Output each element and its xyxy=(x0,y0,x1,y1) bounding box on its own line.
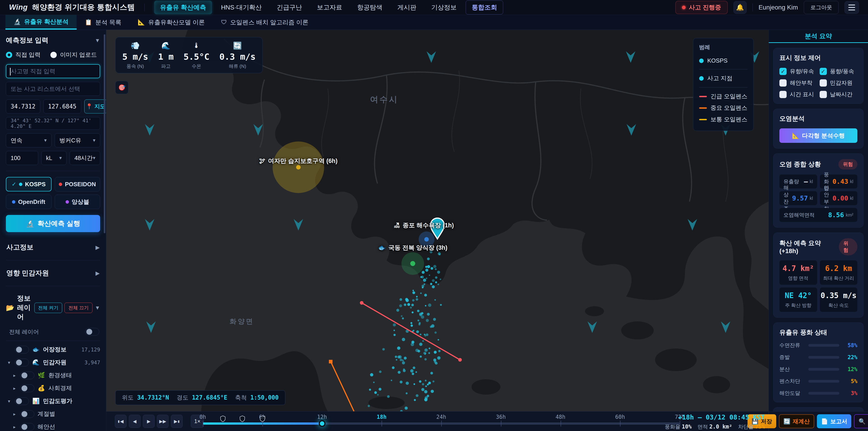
map-canvas[interactable]: 여수시화양면🕊여자만 습지보호구역 (6h)🏖종포 해수욕장 (1h)🐟국동 전… xyxy=(106,30,769,411)
layer-toggle[interactable] xyxy=(15,346,29,353)
hamburger-menu-button[interactable] xyxy=(844,1,859,14)
model-chip-ensemble[interactable]: 앙상블 xyxy=(55,194,100,209)
oil-particle xyxy=(397,356,400,359)
menu-board[interactable]: 게시판 xyxy=(392,1,422,14)
menu-emergency-rescue[interactable]: 긴급구난 xyxy=(271,1,308,14)
oil-particle xyxy=(425,380,427,381)
longitude-input[interactable]: 127.6845 xyxy=(43,99,81,114)
layer-toggle[interactable] xyxy=(20,372,34,379)
oil-particle xyxy=(412,373,414,375)
spill-type-value: 연속 xyxy=(11,136,22,145)
oil-particle xyxy=(405,407,408,410)
menu-reports[interactable]: 보고자료 xyxy=(311,1,348,14)
expand-icon[interactable]: ▾ xyxy=(6,398,12,404)
fence-deploy-marker-icon[interactable] xyxy=(240,415,245,423)
oil-type-select[interactable]: 벙커C유 ▾ xyxy=(55,133,100,147)
amount-input[interactable]: 100 xyxy=(6,151,38,165)
wind-value: 5 m/s xyxy=(122,52,148,62)
legend-fence-important: 중요 오일펜스 xyxy=(699,102,747,114)
layer-toggle[interactable] xyxy=(20,410,34,418)
layer-toggle[interactable] xyxy=(15,397,29,405)
logout-button[interactable]: 로그아웃 xyxy=(804,1,839,14)
incident-list-select[interactable]: 또는 사고 리스트에서 선택 xyxy=(6,82,100,96)
chevron-down-icon[interactable]: ▼ xyxy=(95,37,100,43)
all-layers-toggle[interactable] xyxy=(85,328,99,336)
model-chip-poseidon[interactable]: POSEIDON xyxy=(55,177,100,191)
skip-end-button[interactable]: ▶▮ xyxy=(171,415,183,428)
tab-label: 유출유 확산분석 xyxy=(24,18,68,26)
locate-target-button[interactable]: 🎯 xyxy=(115,81,128,94)
all-layers-off-button[interactable]: 전체 끄기 xyxy=(64,303,92,313)
menu-integrated-search[interactable]: 통합조회 xyxy=(466,0,503,14)
tab-oilfence-algorithm-theory[interactable]: 🛡 오일펜스 배치 알고리즘 이론 xyxy=(213,15,317,30)
accident-info-section[interactable]: 사고정보 ▶ xyxy=(6,235,100,260)
sidebar-scrollbar[interactable] xyxy=(104,34,105,233)
notification-bell-button[interactable]: 🔔 xyxy=(734,1,747,14)
step-back-button[interactable]: ◀ xyxy=(129,415,141,428)
impact-resources-section[interactable]: 영향 민감자원 ▶ xyxy=(6,260,100,286)
oil-particle xyxy=(434,331,437,334)
expand-icon[interactable]: ▸ xyxy=(12,386,17,391)
legend-label: KOSPS xyxy=(707,57,727,64)
fence-endpoint xyxy=(329,360,333,363)
radio-image-upload[interactable]: 이미지 업로드 xyxy=(51,51,97,59)
checkbox-datetime[interactable]: 날짜시간 xyxy=(819,91,858,98)
radio-direct-input[interactable]: 직접 입력 xyxy=(6,51,40,59)
duration-select[interactable]: 48시간 ▾ xyxy=(70,151,100,165)
play-button[interactable]: ▶ xyxy=(143,415,155,428)
oil-particle xyxy=(396,309,399,312)
vessel-spec-card[interactable]: 🚢사고 선박 제원 ▸ xyxy=(773,407,864,411)
legend-fence-normal: 보통 오일펜스 xyxy=(699,114,747,125)
model-chip-opendrift[interactable]: OpenDrift xyxy=(6,194,52,209)
incident-name-input[interactable]: 사고명 직접 입력 xyxy=(6,64,100,78)
skip-start-button[interactable]: ▮◀ xyxy=(115,415,127,428)
input-placeholder: 사고명 직접 입력 xyxy=(11,67,55,75)
select-placeholder: 또는 사고 리스트에서 선택 xyxy=(11,85,80,93)
checkbox-current-dir[interactable]: ✓유향/유속 xyxy=(779,68,817,75)
polygon-analysis-button[interactable]: 📐 다각형 분석수행 xyxy=(779,128,857,143)
oil-particle xyxy=(392,366,395,369)
menu-aerial-search[interactable]: 항공탐색 xyxy=(351,1,388,14)
legend-incident-point: 사고 지점 xyxy=(699,72,747,84)
expand-icon[interactable]: ▸ xyxy=(12,424,17,430)
layer-toggle[interactable] xyxy=(20,384,34,392)
menu-oil-spill-prediction[interactable]: 유출유 확산예측 xyxy=(154,1,212,14)
layer-toggle[interactable] xyxy=(15,359,29,366)
checkbox-shore-attach[interactable]: 해안부착 xyxy=(779,79,817,87)
model-chip-kosps[interactable]: ✓ KOSPS xyxy=(6,177,52,191)
fence-deploy-marker-icon[interactable] xyxy=(220,415,225,423)
expand-icon[interactable]: ▸ xyxy=(12,373,17,378)
checkbox-time-display[interactable]: 시간 표시 xyxy=(779,91,817,98)
legend-fence-emergency: 긴급 오일펜스 xyxy=(699,91,747,102)
timeline-tick xyxy=(441,421,442,427)
oil-particle xyxy=(425,305,427,306)
unit-select[interactable]: kL ▾ xyxy=(41,151,67,165)
backtrack-button[interactable]: 🔍 역추적 xyxy=(854,414,868,428)
timeline-handle[interactable] xyxy=(319,420,326,427)
oil-particle xyxy=(428,352,430,354)
time-slider[interactable]: 0h6h12h18h24h36h48h60h72h xyxy=(203,411,680,431)
menu-weather-info[interactable]: 기상정보 xyxy=(426,1,463,14)
spill-type-select[interactable]: 연속 ▾ xyxy=(6,133,52,147)
checkbox-sensitive-resources[interactable]: 민감자원 xyxy=(819,79,858,87)
latitude-input[interactable]: 34.7312 xyxy=(6,99,40,114)
zone-dot xyxy=(296,165,301,170)
chevron-down-icon[interactable]: ▼ xyxy=(95,305,100,311)
run-prediction-button[interactable]: 🔬 확산예측 실행 xyxy=(6,215,100,232)
tab-spill-analysis[interactable]: 🔬 유출유 확산분석 xyxy=(5,15,76,30)
zone-icon: 🐟 xyxy=(378,244,386,251)
menu-hns-diffusion[interactable]: HNS·대기확산 xyxy=(215,1,268,14)
expand-icon[interactable]: ▸ xyxy=(12,411,17,417)
tab-diffusion-model-theory[interactable]: 📐 유출유확산모델 이론 xyxy=(129,15,213,30)
fence-deploy-marker-icon[interactable] xyxy=(260,415,265,423)
layer-toggle[interactable] xyxy=(20,423,34,431)
expand-icon[interactable]: ▾ xyxy=(6,360,12,365)
tab-analysis-list[interactable]: 📋 분석 목록 xyxy=(76,15,129,30)
checkbox-wind-dir[interactable]: ✓풍향/풍속 xyxy=(819,68,858,75)
pick-on-map-button[interactable]: 📍 지도 xyxy=(84,99,106,114)
all-layers-on-button[interactable]: 전체 켜기 xyxy=(34,303,62,313)
report-button[interactable]: 📄 보고서 xyxy=(817,414,851,428)
fast-forward-button[interactable]: ▶▶ xyxy=(157,415,168,428)
legend-model-kosps: KOSPS xyxy=(699,55,747,66)
recalculate-button[interactable]: 🔄 재계산 xyxy=(779,414,814,428)
